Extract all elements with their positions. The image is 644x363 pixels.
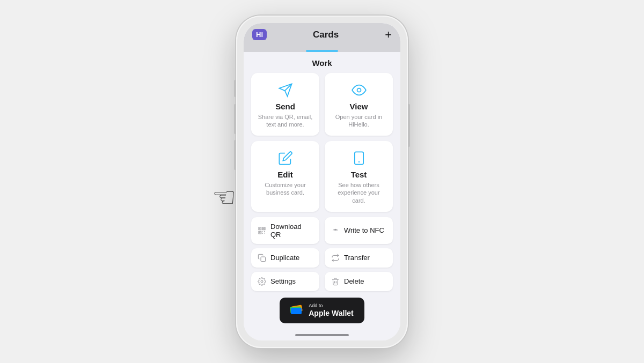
write-to-nfc-label: Write to NFC xyxy=(344,226,384,234)
cursor-hand: ☞ xyxy=(212,182,236,213)
edit-desc: Customize your business card. xyxy=(258,181,313,197)
edit-card[interactable]: Edit Customize your business card. xyxy=(251,141,319,212)
svg-rect-8 xyxy=(259,228,260,229)
svg-rect-16 xyxy=(261,257,266,262)
duplicate-button[interactable]: Duplicate xyxy=(251,248,319,268)
side-button-power xyxy=(408,104,410,147)
add-to-label: Add to xyxy=(309,303,354,309)
phone-mockup: Hi Cards + Work Send Share via QR, email… xyxy=(236,16,408,348)
hi-logo-button[interactable]: Hi xyxy=(252,29,267,40)
view-icon xyxy=(352,82,367,99)
test-title: Test xyxy=(351,170,367,179)
view-title: View xyxy=(350,102,368,111)
side-button-vol-down xyxy=(234,140,236,170)
home-bar xyxy=(295,334,349,336)
side-button-vol-up xyxy=(234,104,236,134)
phone-screen: Hi Cards + Work Send Share via QR, email… xyxy=(244,23,400,340)
transfer-icon xyxy=(331,254,340,262)
edit-title: Edit xyxy=(277,170,292,179)
action-grid-bottom: Edit Customize your business card. Test … xyxy=(251,141,393,212)
transfer-label: Transfer xyxy=(344,254,370,262)
delete-button[interactable]: Delete xyxy=(325,272,393,291)
svg-point-2 xyxy=(357,88,361,92)
home-indicator xyxy=(244,330,400,340)
send-desc: Share via QR, email, text and more. xyxy=(258,113,313,129)
apple-wallet-text-wrap: Add to Apple Wallet xyxy=(309,303,354,318)
page-title: Cards xyxy=(313,29,339,40)
write-to-nfc-button[interactable]: Write to NFC xyxy=(325,217,393,244)
svg-line-14 xyxy=(264,233,265,234)
section-label: Work xyxy=(251,58,393,68)
tab-bar xyxy=(244,47,400,52)
svg-point-17 xyxy=(261,280,263,283)
view-card[interactable]: View Open your card in HiHello. xyxy=(325,73,393,136)
action-row-3: Settings Delete xyxy=(251,272,393,291)
settings-button[interactable]: Settings xyxy=(251,272,319,291)
svg-rect-10 xyxy=(259,232,260,233)
download-qr-button[interactable]: Download QR xyxy=(251,217,319,244)
transfer-button[interactable]: Transfer xyxy=(325,248,393,268)
delete-label: Delete xyxy=(344,277,364,285)
download-qr-label: Download QR xyxy=(270,223,313,239)
qr-icon xyxy=(258,226,266,235)
send-title: Send xyxy=(275,102,295,111)
nav-bar: Hi Cards + xyxy=(244,23,400,47)
action-grid-top: Send Share via QR, email, text and more.… xyxy=(251,73,393,136)
apple-wallet-label: Apple Wallet xyxy=(309,309,354,318)
test-desc: See how others experience your card. xyxy=(331,181,386,204)
svg-rect-9 xyxy=(264,228,265,229)
main-content: Work Send Share via QR, email, text and … xyxy=(244,52,400,330)
action-row-1: Download QR Write to NFC xyxy=(251,217,393,244)
send-card[interactable]: Send Share via QR, email, text and more. xyxy=(251,73,319,136)
duplicate-label: Duplicate xyxy=(270,254,299,262)
trash-icon xyxy=(331,277,340,286)
test-card[interactable]: Test See how others experience your card… xyxy=(325,141,393,212)
duplicate-icon xyxy=(258,254,266,262)
svg-point-15 xyxy=(335,230,335,231)
edit-icon xyxy=(278,150,293,167)
action-row-2: Duplicate Transfer xyxy=(251,248,393,268)
side-button-mute xyxy=(234,80,236,97)
settings-icon xyxy=(258,277,266,286)
nfc-icon xyxy=(331,226,340,235)
settings-label: Settings xyxy=(270,277,296,285)
wallet-icon xyxy=(290,306,303,315)
apple-wallet-button[interactable]: Add to Apple Wallet xyxy=(280,298,364,323)
add-card-button[interactable]: + xyxy=(385,28,392,42)
send-icon xyxy=(278,82,293,99)
view-desc: Open your card in HiHello. xyxy=(331,113,386,129)
test-icon xyxy=(352,150,367,167)
